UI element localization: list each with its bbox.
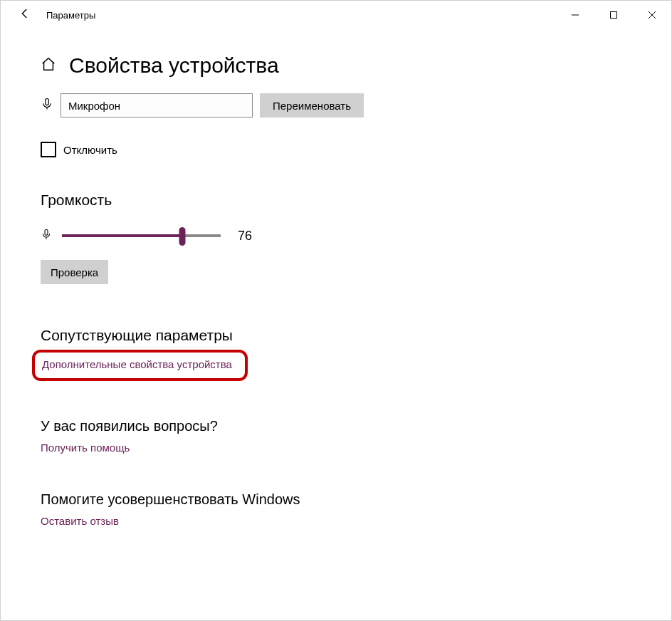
device-name-input[interactable] — [61, 93, 253, 118]
close-button[interactable] — [633, 1, 671, 29]
slider-thumb[interactable] — [179, 227, 186, 246]
svg-rect-5 — [45, 229, 48, 235]
volume-slider[interactable] — [62, 234, 221, 237]
svg-rect-4 — [46, 99, 49, 105]
microphone-icon — [41, 96, 53, 115]
microphone-icon — [41, 227, 52, 244]
window-title: Параметры — [41, 10, 95, 21]
page-header: Свойства устройства — [41, 53, 631, 78]
minimize-button[interactable] — [556, 1, 594, 29]
rename-row: Переименовать — [41, 93, 631, 118]
related-section: Сопутствующие параметры Дополнительные с… — [41, 327, 631, 381]
improve-section: Помогите усовершенствовать Windows Остав… — [41, 491, 631, 528]
additional-properties-link[interactable]: Дополнительные свойства устройства — [42, 358, 232, 370]
highlight-annotation: Дополнительные свойства устройства — [32, 350, 248, 381]
volume-value: 76 — [238, 229, 252, 244]
disable-label: Отключить — [63, 144, 117, 156]
related-section-title: Сопутствующие параметры — [41, 327, 631, 344]
leave-feedback-link[interactable]: Оставить отзыв — [41, 515, 119, 527]
svg-rect-1 — [611, 12, 617, 19]
test-row: Проверка — [41, 260, 631, 284]
rename-button[interactable]: Переименовать — [260, 93, 364, 118]
home-icon[interactable] — [41, 56, 56, 75]
arrow-left-icon — [19, 7, 31, 23]
page-title: Свойства устройства — [69, 53, 279, 78]
disable-row: Отключить — [41, 142, 631, 157]
improve-section-title: Помогите усовершенствовать Windows — [41, 491, 631, 508]
maximize-button[interactable] — [594, 1, 633, 29]
test-button[interactable]: Проверка — [41, 260, 108, 284]
get-help-link[interactable]: Получить помощь — [41, 442, 130, 454]
window-controls — [556, 1, 671, 29]
titlebar: Параметры — [1, 1, 671, 29]
volume-section-title: Громкость — [41, 192, 631, 209]
help-section-title: У вас появились вопросы? — [41, 418, 631, 434]
volume-row: 76 — [41, 227, 631, 244]
help-section: У вас появились вопросы? Получить помощь — [41, 418, 631, 454]
slider-fill — [62, 234, 182, 237]
back-button[interactable] — [9, 1, 41, 29]
content: Свойства устройства Переименовать Отключ… — [1, 29, 671, 528]
disable-checkbox[interactable] — [41, 142, 56, 157]
